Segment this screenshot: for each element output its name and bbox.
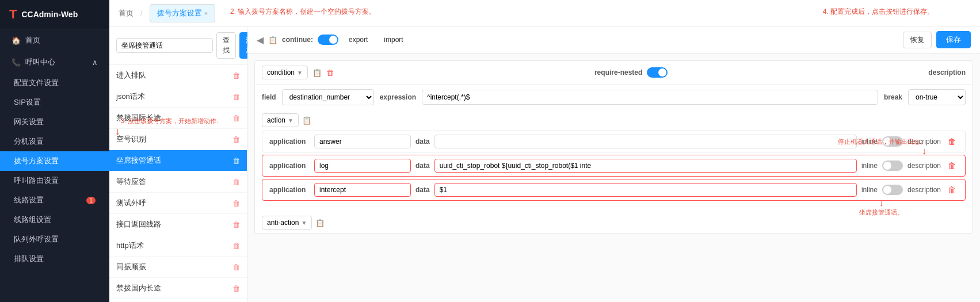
delete-icon-1[interactable]: 🗑 <box>232 93 240 101</box>
condition-delete-icon[interactable]: 🗑 <box>326 68 334 77</box>
main-content: 首页 / 拨号方案设置 × 2. 输入拨号方案名称，创建一个空的拨号方案。 4.… <box>109 0 980 302</box>
export-button[interactable]: export <box>343 33 373 46</box>
condition-copy-icon[interactable]: 📋 <box>312 68 322 77</box>
delete-icon-7[interactable]: 🗑 <box>232 220 240 229</box>
delete-icon-5[interactable]: 🗑 <box>232 178 240 186</box>
action-row-container-2: application data inline description 🗑 <box>255 179 973 201</box>
require-nested-toggle[interactable] <box>647 67 668 78</box>
action-button[interactable]: action ▼ <box>262 113 299 127</box>
delete-icon-8[interactable]: 🗑 <box>232 242 240 250</box>
list-item-2[interactable]: 禁拨国际长途 🗑 <box>109 108 247 129</box>
header: 首页 / 拨号方案设置 × 2. 输入拨号方案名称，创建一个空的拨号方案。 4.… <box>109 0 980 26</box>
data-input-2[interactable] <box>434 183 857 197</box>
condition-label: condition <box>267 68 295 77</box>
save-button[interactable]: 保存 <box>936 31 971 48</box>
data-input-1[interactable] <box>434 159 857 173</box>
delete-icon-0[interactable]: 🗑 <box>232 71 240 80</box>
expression-input[interactable] <box>422 90 878 105</box>
list-item-8[interactable]: http话术 🗑 <box>109 235 247 257</box>
action-copy-icon[interactable]: 📋 <box>302 116 311 125</box>
sidebar-item-dialplan[interactable]: 拨号方案设置 <box>0 151 109 171</box>
field-label: field <box>262 93 276 101</box>
tab-dialplan[interactable]: 拨号方案设置 × <box>150 4 215 22</box>
delete-icon-10[interactable]: 🗑 <box>232 284 240 293</box>
list-item-4[interactable]: 坐席接管通话 🗑 <box>109 150 247 171</box>
list-item-0[interactable]: 进入排队 🗑 <box>109 65 247 86</box>
condition-block: condition ▼ 📋 🗑 require-nested descripti… <box>254 60 973 234</box>
sidebar-item-queue-outbound[interactable]: 队列外呼设置 <box>0 230 109 249</box>
delete-icon-6[interactable]: 🗑 <box>232 199 240 208</box>
toolbar-left: ◀ 📋 continue: export import <box>257 33 409 46</box>
action-row-container-0: application data inline description 🗑 <box>255 131 973 152</box>
data-label-1: data <box>415 162 430 170</box>
sidebar-item-config[interactable]: 配置文件设置 <box>0 73 109 93</box>
find-button[interactable]: 查找 <box>216 32 236 59</box>
data-input-0[interactable] <box>434 135 857 148</box>
expression-label: expression <box>380 93 416 101</box>
search-input[interactable] <box>116 38 213 53</box>
sidebar-item-extension[interactable]: 分机设置 <box>0 132 109 151</box>
desc-label-0: description <box>907 137 941 146</box>
list-item-10[interactable]: 禁拨国内长途 🗑 <box>109 278 247 299</box>
delete-icon-2[interactable]: 🗑 <box>232 114 240 123</box>
condition-button[interactable]: condition ▼ <box>262 66 308 79</box>
inline-toggle-1[interactable] <box>882 160 903 171</box>
sidebar-item-lines[interactable]: 线路设置 1 <box>0 190 109 210</box>
list-item-11[interactable]: 黑名单 🗑 <box>109 299 247 302</box>
sidebar-item-linegroup[interactable]: 线路组设置 <box>0 210 109 230</box>
sidebar-item-sip[interactable]: SIP设置 <box>0 93 109 112</box>
app-input-2[interactable] <box>314 183 411 197</box>
copy-icon[interactable]: 📋 <box>268 36 277 44</box>
inline-label-1: inline <box>861 162 878 170</box>
row-delete-1[interactable]: 🗑 <box>945 160 958 171</box>
list-item-9[interactable]: 同振顺振 🗑 <box>109 257 247 278</box>
row-delete-2[interactable]: 🗑 <box>945 184 958 196</box>
desc-label-2: description <box>907 186 941 194</box>
app-input-1[interactable] <box>314 159 411 173</box>
row-delete-0[interactable]: 🗑 <box>945 136 958 147</box>
list-item-5[interactable]: 等待应答 🗑 <box>109 171 247 193</box>
delete-icon-3[interactable]: 🗑 <box>232 135 240 144</box>
break-select[interactable]: on-true <box>908 89 966 105</box>
continue-toggle[interactable] <box>318 35 338 45</box>
home-icon: 🏠 <box>12 36 21 45</box>
app-input-0[interactable] <box>314 135 411 148</box>
action-row-0: application data inline description 🗑 <box>262 131 966 152</box>
sidebar-item-callcenter[interactable]: 📞 呼叫中心 ∧ <box>0 51 109 73</box>
anti-action-copy-icon[interactable]: 📋 <box>315 219 325 227</box>
action-label: action <box>267 116 285 124</box>
sidebar-item-queue[interactable]: 排队设置 <box>0 249 109 269</box>
app-label-0: application <box>269 137 310 146</box>
app-label-1: application <box>269 162 310 170</box>
left-panel: 查找 添加 3. 点击该拨号方案，开始新增动作. ↓ 进入排队 🗑 <box>109 26 247 302</box>
inline-label-0: inline <box>861 137 878 146</box>
inline-toggle-0[interactable] <box>882 136 903 147</box>
delete-icon-9[interactable]: 🗑 <box>232 263 240 272</box>
collapse-icon[interactable]: ◀ <box>257 35 264 45</box>
condition-header: condition ▼ 📋 🗑 require-nested descripti… <box>255 61 973 85</box>
field-select[interactable]: destination_number <box>282 89 374 105</box>
list-item-3[interactable]: 空号识别 🗑 <box>109 129 247 150</box>
sidebar: T CCAdmin-Web 🏠 首页 📞 呼叫中心 ∧ 配置文件设置 SIP设置… <box>0 0 109 302</box>
sidebar-item-gateway[interactable]: 网关设置 <box>0 112 109 132</box>
data-label-0: data <box>415 137 430 146</box>
sidebar-item-home[interactable]: 🏠 首页 <box>0 29 109 51</box>
list-item-7[interactable]: 接口返回线路 🗑 <box>109 214 247 235</box>
sidebar-item-callroute[interactable]: 呼叫路由设置 <box>0 171 109 190</box>
continue-label: continue: <box>282 36 313 44</box>
inline-toggle-2[interactable] <box>882 185 903 195</box>
restore-button[interactable]: 恢复 <box>903 32 932 48</box>
condition-row: field destination_number expression brea… <box>255 85 973 110</box>
anti-action-button[interactable]: anti-action ▼ <box>262 216 312 230</box>
tab-close-icon[interactable]: × <box>204 10 208 17</box>
require-nested-label: require-nested <box>594 68 642 77</box>
breadcrumb-home[interactable]: 首页 <box>119 8 134 18</box>
list-item-1[interactable]: json话术 🗑 <box>109 86 247 108</box>
list-item-6[interactable]: 测试外呼 🗑 <box>109 193 247 214</box>
app-label-2: application <box>269 186 310 194</box>
annotation-step4: 4. 配置完成后，点击按钮进行保存。 <box>823 7 934 17</box>
sidebar-item-home-label: 首页 <box>25 35 40 45</box>
import-button[interactable]: import <box>378 33 409 46</box>
annotation-step2: 2. 输入拨号方案名称，创建一个空的拨号方案。 <box>230 7 376 17</box>
delete-icon-4[interactable]: 🗑 <box>232 156 240 165</box>
